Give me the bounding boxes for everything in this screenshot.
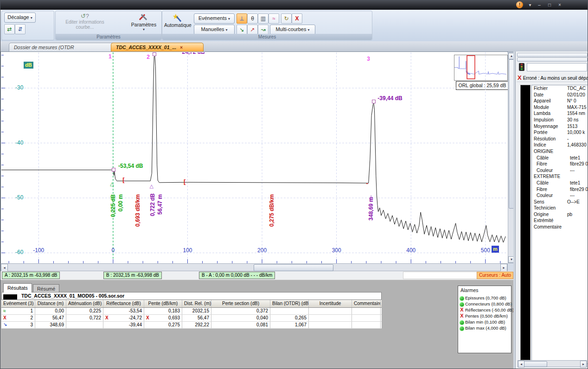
- info-row: FichierTDC_AC: [532, 85, 588, 92]
- window-menu-button[interactable]: ▾: [526, 1, 534, 8]
- column-header[interactable]: Perte section (dB): [211, 300, 270, 307]
- info-row: Portée10,000 k: [532, 129, 588, 136]
- event-value-cell: 0,722: [66, 315, 103, 321]
- side-horizontal-scrollbar[interactable]: ◂ ▸: [518, 360, 587, 367]
- automatique-button[interactable]: ★ Automatique: [164, 12, 192, 34]
- tab-dossier-de-mesures[interactable]: Dossier de mesures (OTDR: [9, 43, 120, 52]
- event-base-marker[interactable]: △: [149, 184, 153, 189]
- ribbon-group-curve: Décalage ▾ ⇄ ⇵: [1, 11, 54, 40]
- event-slope-icon[interactable]: ≈: [268, 13, 279, 24]
- event-section-icon[interactable]: ▥: [258, 13, 268, 24]
- info-value: O-->E: [567, 199, 588, 205]
- scroll-right-icon[interactable]: ▸: [580, 361, 587, 368]
- edit-info-icon: ↺?: [59, 13, 111, 19]
- event-peak-marker[interactable]: [153, 52, 156, 56]
- column-header[interactable]: Evénement (3): [1, 300, 35, 307]
- align-curve-icon[interactable]: ⇵: [15, 24, 26, 34]
- column-header[interactable]: Incertitude: [309, 300, 352, 307]
- shift-curve-icon[interactable]: ⇄: [4, 24, 15, 34]
- x-tick-label: 400: [402, 247, 420, 254]
- manuelles-dropdown[interactable]: Manuelles ▾: [194, 25, 235, 35]
- minimize-button[interactable]: –: [536, 1, 543, 8]
- info-value: [567, 148, 588, 155]
- event-number-cell: 1: [30, 308, 33, 314]
- horizontal-scroll-thumb[interactable]: [254, 264, 333, 271]
- info-label: Date: [532, 92, 567, 98]
- status-filter-box[interactable]: [527, 63, 587, 71]
- curve-color-strip[interactable]: [520, 85, 530, 360]
- alarm-item: XRéflectances (-50,00 dB): [458, 307, 511, 313]
- column-header[interactable]: Pente (dB/km): [144, 300, 182, 307]
- cell-value: 0,722: [89, 315, 101, 320]
- event-base-marker[interactable]: △: [110, 181, 114, 186]
- column-header[interactable]: Distance (m): [35, 300, 66, 307]
- cell-value: 292,22: [195, 322, 209, 327]
- chevron-down-icon: ▾: [31, 16, 32, 20]
- scroll-right-icon[interactable]: ▸: [500, 264, 507, 272]
- delete-event-icon[interactable]: X: [292, 13, 302, 24]
- info-label: Câble: [532, 155, 570, 161]
- event-table-row[interactable]: ↘3348,69-39,440,275292,220,0811,067: [1, 322, 382, 329]
- column-header[interactable]: Commentaire: [352, 300, 381, 307]
- column-header[interactable]: Atténuation (dB): [66, 300, 103, 307]
- event-table-row[interactable]: ≈10,000,225-53,540,1832032,150,372: [1, 308, 382, 315]
- info-label: Impulsion: [532, 117, 567, 123]
- evenements-dropdown[interactable]: Evénements ▾: [194, 13, 235, 24]
- threshold-fail-icon: X: [146, 315, 149, 321]
- scroll-left-icon[interactable]: ◂: [518, 361, 524, 368]
- tab-resume[interactable]: Résumé: [33, 284, 59, 293]
- status-orb-icon[interactable]: !: [516, 1, 523, 8]
- cursor-mode-badge[interactable]: Curseurs : Auto: [477, 272, 513, 279]
- event-value-cell: X0,693: [144, 315, 182, 321]
- event-value-cell: [66, 322, 103, 328]
- y-tick-label: -40: [15, 140, 29, 146]
- event-table-row[interactable]: X256,470,722X-24,72X0,69356,470,0400,265: [1, 315, 382, 322]
- event-peak-marker[interactable]: [372, 100, 376, 103]
- restore-button[interactable]: □: [546, 1, 553, 8]
- side-scroll-thumb[interactable]: [524, 361, 547, 367]
- manual-slope-icon[interactable]: ↘: [236, 25, 247, 35]
- collapsed-panel-bar[interactable]: [517, 57, 588, 62]
- alarm-label: Bilan max (4,000 dB): [465, 325, 506, 331]
- event-attenuation-icon[interactable]: θ: [247, 13, 258, 24]
- event-number-cell: 3: [30, 322, 33, 328]
- scroll-left-icon[interactable]: ◂: [1, 264, 8, 272]
- parametres-button[interactable]: Paramètres ▾: [129, 12, 159, 34]
- event-value-cell: [352, 322, 381, 328]
- manual-splice-icon[interactable]: ↗: [247, 25, 258, 35]
- edit-curve-info-button[interactable]: ↺? Editer informations courbe...: [58, 12, 111, 34]
- info-value: 1,468330: [567, 142, 588, 148]
- info-label: Module: [532, 104, 567, 111]
- event-value-cell: [309, 322, 352, 328]
- collapsed-panel-bar[interactable]: [517, 53, 588, 57]
- chevron-down-icon: ▾: [228, 17, 230, 21]
- alarms-panel: Alarmes ☺Epissures (0,700 dB)☺Connecteur…: [458, 286, 511, 353]
- info-row: Fibrefibre29 0: [532, 186, 588, 193]
- add-event-icon[interactable]: ⊥: [236, 13, 247, 24]
- chart-horizontal-scrollbar[interactable]: ◂ ▸: [0, 263, 508, 271]
- column-header[interactable]: Dist. Rel. (m): [182, 300, 211, 307]
- event-number-label: 2: [147, 54, 150, 60]
- manual-reflectance-icon[interactable]: ↝: [258, 25, 268, 35]
- info-value: -: [567, 136, 588, 142]
- close-tab-icon[interactable]: ×: [180, 45, 183, 50]
- info-value: 10,000 k: [567, 129, 588, 136]
- close-button[interactable]: ×: [556, 1, 563, 8]
- x-tick-label: 0: [104, 247, 122, 254]
- event-peak-marker[interactable]: [112, 168, 115, 172]
- event-value-cell: 348,69: [35, 322, 66, 328]
- info-row: EXTREMITE: [532, 173, 588, 180]
- event-value-cell: 0,081: [211, 322, 270, 328]
- tab-active-curve[interactable]: TDC_ACCES_XXXX_01_... ×: [111, 43, 204, 52]
- column-header[interactable]: Bilan (OTDR) (dB): [270, 300, 309, 307]
- column-header[interactable]: Réflectance (dB): [103, 300, 144, 307]
- multi-courbes-dropdown[interactable]: Multi-courbes ▾: [270, 25, 315, 35]
- multi-courbes-label: Multi-courbes: [275, 26, 306, 32]
- decalage-button[interactable]: Décalage ▾: [4, 13, 36, 23]
- curve-file-row[interactable]: TDC_ACCES_XXXX_01_MOD05 - 005.sor.sor: [1, 292, 382, 300]
- otdr-trace-chart[interactable]: dB m ORL global : 25,59 dB -100010020030…: [1, 52, 508, 263]
- event-value-cell: 0,040: [211, 315, 270, 321]
- event-value-cell: [352, 315, 381, 321]
- tab-resultats[interactable]: Résultats: [3, 283, 32, 293]
- recompute-events-icon[interactable]: ↻: [281, 13, 292, 24]
